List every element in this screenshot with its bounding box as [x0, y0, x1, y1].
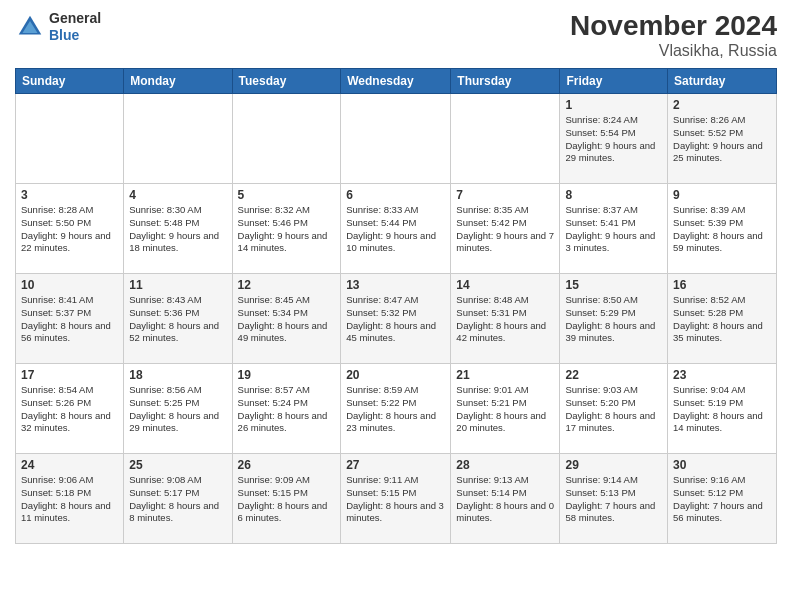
- day-info: Sunrise: 8:50 AM Sunset: 5:29 PM Dayligh…: [565, 294, 662, 345]
- calendar-table: Sunday Monday Tuesday Wednesday Thursday…: [15, 68, 777, 544]
- day-number: 3: [21, 188, 118, 202]
- day-number: 17: [21, 368, 118, 382]
- day-info: Sunrise: 8:59 AM Sunset: 5:22 PM Dayligh…: [346, 384, 445, 435]
- day-info: Sunrise: 9:09 AM Sunset: 5:15 PM Dayligh…: [238, 474, 336, 525]
- day-number: 23: [673, 368, 771, 382]
- day-number: 27: [346, 458, 445, 472]
- day-number: 26: [238, 458, 336, 472]
- day-number: 9: [673, 188, 771, 202]
- day-number: 18: [129, 368, 226, 382]
- calendar-subtitle: Vlasikha, Russia: [570, 42, 777, 60]
- day-info: Sunrise: 8:48 AM Sunset: 5:31 PM Dayligh…: [456, 294, 554, 345]
- calendar-cell: 22Sunrise: 9:03 AM Sunset: 5:20 PM Dayli…: [560, 364, 668, 454]
- calendar-title: November 2024: [570, 10, 777, 42]
- day-info: Sunrise: 9:04 AM Sunset: 5:19 PM Dayligh…: [673, 384, 771, 435]
- day-number: 15: [565, 278, 662, 292]
- col-wednesday: Wednesday: [341, 69, 451, 94]
- day-info: Sunrise: 8:47 AM Sunset: 5:32 PM Dayligh…: [346, 294, 445, 345]
- calendar-cell: [124, 94, 232, 184]
- day-info: Sunrise: 8:24 AM Sunset: 5:54 PM Dayligh…: [565, 114, 662, 165]
- day-number: 8: [565, 188, 662, 202]
- day-number: 1: [565, 98, 662, 112]
- calendar-cell: 25Sunrise: 9:08 AM Sunset: 5:17 PM Dayli…: [124, 454, 232, 544]
- day-number: 12: [238, 278, 336, 292]
- day-info: Sunrise: 8:43 AM Sunset: 5:36 PM Dayligh…: [129, 294, 226, 345]
- calendar-cell: [451, 94, 560, 184]
- day-info: Sunrise: 8:39 AM Sunset: 5:39 PM Dayligh…: [673, 204, 771, 255]
- calendar-cell: 26Sunrise: 9:09 AM Sunset: 5:15 PM Dayli…: [232, 454, 341, 544]
- logo-icon: [15, 12, 45, 42]
- calendar-cell: 24Sunrise: 9:06 AM Sunset: 5:18 PM Dayli…: [16, 454, 124, 544]
- day-info: Sunrise: 9:14 AM Sunset: 5:13 PM Dayligh…: [565, 474, 662, 525]
- calendar-cell: 13Sunrise: 8:47 AM Sunset: 5:32 PM Dayli…: [341, 274, 451, 364]
- title-block: November 2024 Vlasikha, Russia: [570, 10, 777, 60]
- day-number: 28: [456, 458, 554, 472]
- calendar-cell: 1Sunrise: 8:24 AM Sunset: 5:54 PM Daylig…: [560, 94, 668, 184]
- day-number: 10: [21, 278, 118, 292]
- calendar-cell: 19Sunrise: 8:57 AM Sunset: 5:24 PM Dayli…: [232, 364, 341, 454]
- calendar-cell: 7Sunrise: 8:35 AM Sunset: 5:42 PM Daylig…: [451, 184, 560, 274]
- day-number: 24: [21, 458, 118, 472]
- calendar-week-3: 10Sunrise: 8:41 AM Sunset: 5:37 PM Dayli…: [16, 274, 777, 364]
- day-info: Sunrise: 8:52 AM Sunset: 5:28 PM Dayligh…: [673, 294, 771, 345]
- day-number: 29: [565, 458, 662, 472]
- col-tuesday: Tuesday: [232, 69, 341, 94]
- day-number: 7: [456, 188, 554, 202]
- day-number: 16: [673, 278, 771, 292]
- day-number: 2: [673, 98, 771, 112]
- calendar-week-1: 1Sunrise: 8:24 AM Sunset: 5:54 PM Daylig…: [16, 94, 777, 184]
- day-number: 6: [346, 188, 445, 202]
- day-info: Sunrise: 8:26 AM Sunset: 5:52 PM Dayligh…: [673, 114, 771, 165]
- calendar-header-row: Sunday Monday Tuesday Wednesday Thursday…: [16, 69, 777, 94]
- calendar-cell: 12Sunrise: 8:45 AM Sunset: 5:34 PM Dayli…: [232, 274, 341, 364]
- col-monday: Monday: [124, 69, 232, 94]
- col-thursday: Thursday: [451, 69, 560, 94]
- day-number: 11: [129, 278, 226, 292]
- calendar-cell: [232, 94, 341, 184]
- calendar-cell: 21Sunrise: 9:01 AM Sunset: 5:21 PM Dayli…: [451, 364, 560, 454]
- day-number: 14: [456, 278, 554, 292]
- logo-blue: Blue: [49, 27, 101, 44]
- day-info: Sunrise: 8:41 AM Sunset: 5:37 PM Dayligh…: [21, 294, 118, 345]
- day-number: 4: [129, 188, 226, 202]
- day-number: 21: [456, 368, 554, 382]
- day-info: Sunrise: 9:08 AM Sunset: 5:17 PM Dayligh…: [129, 474, 226, 525]
- day-info: Sunrise: 8:30 AM Sunset: 5:48 PM Dayligh…: [129, 204, 226, 255]
- day-info: Sunrise: 8:45 AM Sunset: 5:34 PM Dayligh…: [238, 294, 336, 345]
- calendar-cell: 27Sunrise: 9:11 AM Sunset: 5:15 PM Dayli…: [341, 454, 451, 544]
- day-info: Sunrise: 9:06 AM Sunset: 5:18 PM Dayligh…: [21, 474, 118, 525]
- calendar-cell: 15Sunrise: 8:50 AM Sunset: 5:29 PM Dayli…: [560, 274, 668, 364]
- day-info: Sunrise: 8:33 AM Sunset: 5:44 PM Dayligh…: [346, 204, 445, 255]
- day-info: Sunrise: 9:13 AM Sunset: 5:14 PM Dayligh…: [456, 474, 554, 525]
- calendar-week-4: 17Sunrise: 8:54 AM Sunset: 5:26 PM Dayli…: [16, 364, 777, 454]
- day-info: Sunrise: 9:11 AM Sunset: 5:15 PM Dayligh…: [346, 474, 445, 525]
- logo-text: General Blue: [49, 10, 101, 44]
- calendar-cell: 10Sunrise: 8:41 AM Sunset: 5:37 PM Dayli…: [16, 274, 124, 364]
- day-info: Sunrise: 9:16 AM Sunset: 5:12 PM Dayligh…: [673, 474, 771, 525]
- header: General Blue November 2024 Vlasikha, Rus…: [15, 10, 777, 60]
- day-number: 13: [346, 278, 445, 292]
- calendar-cell: 20Sunrise: 8:59 AM Sunset: 5:22 PM Dayli…: [341, 364, 451, 454]
- day-info: Sunrise: 8:28 AM Sunset: 5:50 PM Dayligh…: [21, 204, 118, 255]
- calendar-cell: 14Sunrise: 8:48 AM Sunset: 5:31 PM Dayli…: [451, 274, 560, 364]
- day-info: Sunrise: 8:32 AM Sunset: 5:46 PM Dayligh…: [238, 204, 336, 255]
- col-sunday: Sunday: [16, 69, 124, 94]
- calendar-cell: 3Sunrise: 8:28 AM Sunset: 5:50 PM Daylig…: [16, 184, 124, 274]
- day-info: Sunrise: 8:35 AM Sunset: 5:42 PM Dayligh…: [456, 204, 554, 255]
- calendar-cell: 4Sunrise: 8:30 AM Sunset: 5:48 PM Daylig…: [124, 184, 232, 274]
- calendar-cell: 9Sunrise: 8:39 AM Sunset: 5:39 PM Daylig…: [668, 184, 777, 274]
- day-number: 22: [565, 368, 662, 382]
- col-friday: Friday: [560, 69, 668, 94]
- logo-general: General: [49, 10, 101, 27]
- col-saturday: Saturday: [668, 69, 777, 94]
- calendar-cell: 11Sunrise: 8:43 AM Sunset: 5:36 PM Dayli…: [124, 274, 232, 364]
- calendar-cell: 2Sunrise: 8:26 AM Sunset: 5:52 PM Daylig…: [668, 94, 777, 184]
- day-number: 19: [238, 368, 336, 382]
- calendar-cell: 30Sunrise: 9:16 AM Sunset: 5:12 PM Dayli…: [668, 454, 777, 544]
- day-info: Sunrise: 9:03 AM Sunset: 5:20 PM Dayligh…: [565, 384, 662, 435]
- day-number: 20: [346, 368, 445, 382]
- calendar-cell: 16Sunrise: 8:52 AM Sunset: 5:28 PM Dayli…: [668, 274, 777, 364]
- calendar-cell: 18Sunrise: 8:56 AM Sunset: 5:25 PM Dayli…: [124, 364, 232, 454]
- day-info: Sunrise: 8:54 AM Sunset: 5:26 PM Dayligh…: [21, 384, 118, 435]
- day-info: Sunrise: 8:37 AM Sunset: 5:41 PM Dayligh…: [565, 204, 662, 255]
